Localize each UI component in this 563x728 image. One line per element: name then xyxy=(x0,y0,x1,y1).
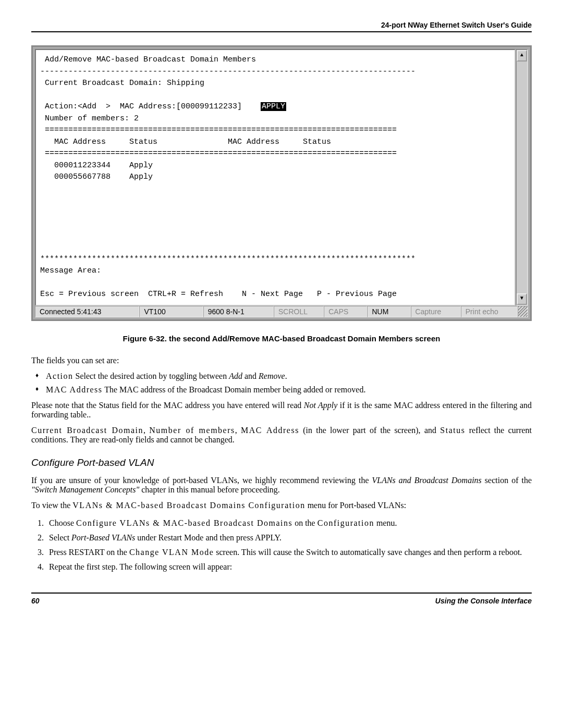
text: Choose xyxy=(49,519,76,527)
em: Not Apply xyxy=(304,401,338,410)
status-bar: Connected 5:41:43 VT100 9600 8-N-1 SCROL… xyxy=(35,306,528,317)
steps-list: Choose Configure VLANs & MAC-based Broad… xyxy=(31,519,532,572)
text: chapter in this manual before proceeding… xyxy=(139,485,280,494)
figure-caption: Figure 6-32. the second Add/Remove MAC-b… xyxy=(31,334,532,343)
text: (in the lower part of the screen), and xyxy=(299,426,440,435)
text: , xyxy=(235,426,241,435)
text: section of the xyxy=(482,476,532,485)
page-header: 24-port NWay Ethernet Switch User's Guid… xyxy=(31,21,532,32)
status-connected: Connected 5:41:43 xyxy=(35,306,139,317)
readonly-paragraph: Current Broadcast Domain, Number of memb… xyxy=(31,426,532,445)
list-item: MAC Address The MAC address of the Broad… xyxy=(46,385,532,394)
terminal-screen: Add/Remove MAC-based Broadcast Domain Me… xyxy=(35,49,516,306)
text: menu for Port-based VLANs: xyxy=(305,501,406,510)
menu-name: Change VLAN Mode xyxy=(129,548,214,557)
field-name: Number of members xyxy=(149,426,235,435)
apply-highlight[interactable]: APPLY xyxy=(261,102,286,111)
term-message-area: Message Area: xyxy=(40,266,101,275)
section-heading: Configure Port-based VLAN xyxy=(31,457,532,468)
intro-text: The fields you can set are: xyxy=(31,356,532,365)
term-row-2: 000055667788 Apply xyxy=(40,172,153,181)
list-item: Press RESTART on the Change VLAN Mode sc… xyxy=(46,548,532,557)
term-table-header: MAC Address Status MAC Address Status xyxy=(40,138,331,146)
field-name: Status xyxy=(440,426,465,435)
note-paragraph: Please note that the Status field for th… xyxy=(31,401,532,419)
field-name: MAC Address xyxy=(46,385,103,394)
text: The MAC address of the Broadcast Domain … xyxy=(103,385,366,394)
term-help-line: Esc = Previous screen CTRL+R = Refresh N… xyxy=(40,290,397,299)
em: "Switch Management Concepts" xyxy=(31,485,139,494)
menu-name: Configuration xyxy=(317,519,374,527)
text: If you are unsure of your knowledge of p… xyxy=(31,476,372,485)
status-capture: Capture xyxy=(411,306,461,317)
vlan-intro-paragraph: If you are unsure of your knowledge of p… xyxy=(31,476,532,495)
scroll-down-icon[interactable]: ▼ xyxy=(517,293,527,305)
em: Add xyxy=(229,372,242,380)
list-item: Choose Configure VLANs & MAC-based Broad… xyxy=(46,519,532,528)
text: Select the desired action by toggling be… xyxy=(74,372,229,380)
text: Select xyxy=(49,533,71,542)
vlan-view-paragraph: To view the VLANs & MAC-based Broadcast … xyxy=(31,501,532,510)
menu-name: Configure VLANs & MAC-based Broadcast Do… xyxy=(76,519,292,527)
term-row-1: 000011223344 Apply xyxy=(40,161,153,170)
list-item: Action Select the desired action by togg… xyxy=(46,372,532,381)
footer-section: Using the Console Interface xyxy=(435,597,532,605)
page-footer: 60 Using the Console Interface xyxy=(31,593,532,605)
status-terminal-type: VT100 xyxy=(139,306,203,317)
status-comm: 9600 8-N-1 xyxy=(203,306,274,317)
status-caps: CAPS xyxy=(324,306,367,317)
field-name: MAC Address xyxy=(241,426,299,435)
text: To view the xyxy=(31,501,72,510)
scroll-up-icon[interactable]: ▲ xyxy=(517,50,527,61)
list-item: Select Port-Based VLANs under Restart Mo… xyxy=(46,533,532,542)
vertical-scrollbar[interactable]: ▲ ▼ xyxy=(516,49,528,306)
term-member-count: Number of members: 2 xyxy=(40,114,139,123)
text: and xyxy=(242,372,259,380)
text: on the xyxy=(292,519,317,527)
text: , xyxy=(143,426,149,435)
em: Remove xyxy=(259,372,285,380)
term-current-domain: Current Broadcast Domain: Shipping xyxy=(40,79,204,88)
text: Press RESTART on the xyxy=(49,548,129,557)
field-name: Action xyxy=(46,372,74,380)
text: under Restart Mode and then press APPLY. xyxy=(135,533,282,542)
term-action-line: Action:<Add > MAC Address:[000099112233] xyxy=(40,102,261,111)
term-table-border: ========================================… xyxy=(40,149,397,158)
text: menu. xyxy=(374,519,397,527)
em: VLANs and Broadcast Domains xyxy=(372,476,482,485)
field-list: Action Select the desired action by togg… xyxy=(31,372,532,394)
status-scroll: SCROLL xyxy=(274,306,324,317)
em: Port-Based VLANs xyxy=(71,533,135,542)
status-print-echo: Print echo xyxy=(461,306,518,317)
term-divider: ----------------------------------------… xyxy=(40,67,415,76)
term-stars: ****************************************… xyxy=(40,255,415,264)
page-number: 60 xyxy=(31,597,40,605)
menu-name: VLANs & MAC-based Broadcast Domains Conf… xyxy=(72,501,305,510)
status-num: NUM xyxy=(367,306,410,317)
resize-handle-icon[interactable] xyxy=(518,306,528,317)
list-item: Repeat the first step. The following scr… xyxy=(46,562,532,572)
terminal-window: Add/Remove MAC-based Broadcast Domain Me… xyxy=(31,45,532,321)
text: Please note that the Status field for th… xyxy=(31,401,304,410)
text: . xyxy=(285,372,287,380)
term-title: Add/Remove MAC-based Broadcast Domain Me… xyxy=(40,55,256,64)
field-name: Current Broadcast Domain xyxy=(31,426,143,435)
text: screen. This will cause the Switch to au… xyxy=(214,548,522,557)
term-table-border: ========================================… xyxy=(40,126,397,134)
